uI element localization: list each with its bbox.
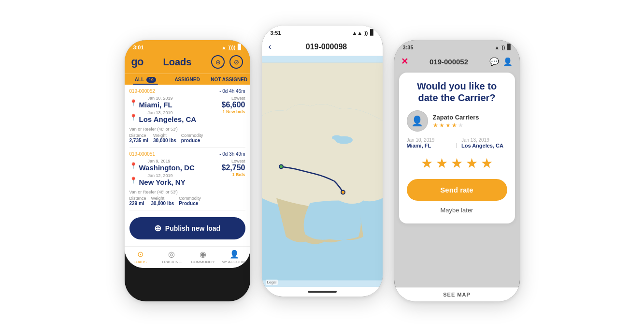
- spec-weight-2: Weight 30,000 lbs: [151, 196, 174, 206]
- publish-area: ⊕ Publish new load: [125, 210, 250, 246]
- from-city-2: Washington, DC: [139, 164, 195, 172]
- close-button[interactable]: ✕: [401, 56, 408, 67]
- filter-icon[interactable]: ⊕: [211, 55, 225, 69]
- load-specs-1: Distance 2,735 mi Weight 30,000 lbs Comm…: [129, 133, 245, 143]
- loads-list: 019-000052 - 0d 4h 46m 📍 Jan 10, 2019 Mi…: [125, 85, 250, 210]
- publish-new-load-button[interactable]: ⊕ Publish new load: [129, 217, 245, 239]
- from-city-row-2: 📍 Jan 9, 2019 Washington, DC: [129, 159, 195, 172]
- nav-account[interactable]: 👤 MY ACCOUNT: [219, 250, 250, 264]
- big-star-5[interactable]: ★: [481, 155, 493, 171]
- status-bar-2: 3:51 ▲▲ )) ▊: [262, 26, 383, 38]
- pin-to-2: 📍: [129, 177, 137, 184]
- load-route-1: 📍 Jan 10, 2019 Miami, FL 📍 Jan 13, 2019: [129, 96, 197, 124]
- star-3: ★: [445, 122, 451, 129]
- legal-text: Legal: [266, 280, 278, 285]
- loads-logo: go: [131, 56, 143, 68]
- map-svg: [262, 56, 383, 287]
- star-2: ★: [439, 122, 444, 129]
- from-date-2: Jan 9, 2019: [148, 159, 195, 164]
- status-bar-3: 3:35 ▲ )) ▊: [394, 40, 520, 52]
- back-button[interactable]: ‹: [269, 42, 272, 52]
- star-1: ★: [433, 122, 438, 129]
- pin-to-1: 📍: [129, 114, 137, 121]
- map-view: Legal: [262, 56, 383, 287]
- big-stars[interactable]: ★ ★ ★ ★ ★: [407, 155, 507, 171]
- price-val-2: $2,750: [222, 164, 245, 172]
- to-date-label: Jan 13, 2019: [461, 137, 507, 143]
- loads-title: Loads: [163, 57, 191, 68]
- big-star-1[interactable]: ★: [421, 155, 433, 171]
- load-row-top-2: 📍 Jan 9, 2019 Washington, DC 📍 Jan 12, 2…: [129, 159, 245, 189]
- rate-header-icons: 💬 👤: [489, 57, 513, 66]
- loads-nav-icon: ⊙: [137, 250, 143, 259]
- spec-distance-2: Distance 229 mi: [129, 196, 146, 206]
- nav-loads[interactable]: ⊙ LOADS: [125, 250, 156, 264]
- see-map-bar[interactable]: SEE MAP: [394, 287, 520, 301]
- to-city-row-2: 📍 Jan 12, 2019 New York, NY: [129, 173, 195, 187]
- spec-commodity-2: Commodity Produce: [179, 196, 201, 206]
- rate-title-num: 019-000052: [429, 58, 468, 66]
- map-title: 019-000098: [277, 43, 376, 51]
- load-price-area-1: Lowest $6,600 1 New bids: [222, 96, 245, 114]
- nav-tracking[interactable]: ◎ TRACKING: [156, 250, 187, 264]
- load-id-2: 019-000051: [129, 151, 155, 157]
- carrier-row: 👤 Zapato Carriers ★ ★ ★ ★ ★: [407, 110, 507, 132]
- load-time-1: - 0d 4h 46m: [219, 89, 245, 94]
- to-city-2: New York, NY: [139, 178, 186, 186]
- carrier-stars: ★ ★ ★ ★ ★: [433, 122, 507, 129]
- load-id-row-1: 019-000052 - 0d 4h 46m: [129, 89, 245, 94]
- sort-icon[interactable]: ⊘: [229, 55, 243, 69]
- bottom-nav: ⊙ LOADS ◎ TRACKING ◉ COMMUNITY 👤 MY ACCO…: [125, 246, 250, 268]
- all-badge: 19: [146, 77, 156, 83]
- to-date-1: Jan 13, 2019: [148, 110, 197, 115]
- load-id-1: 019-000052: [129, 89, 155, 94]
- load-tags-1: Van or Reefer (48' or 53'): [129, 127, 245, 132]
- plus-icon: ⊕: [154, 223, 161, 234]
- phone-map: 3:51 ▲▲ )) ▊ ‹ 019-000098: [262, 26, 383, 297]
- phone-loads: 3:01 ▲ )))) ▊ go Loads ⊕ ⊘: [125, 40, 250, 301]
- from-city-val: Miami, FL: [407, 143, 453, 149]
- route-to: Jan 13, 2019 Los Angeles, CA: [461, 137, 507, 149]
- tab-all[interactable]: ALL 19: [125, 74, 167, 85]
- big-star-2[interactable]: ★: [436, 155, 448, 171]
- load-item-2[interactable]: 019-000051 - 0d 3h 49m 📍 Jan 9, 2019 Was…: [129, 148, 245, 210]
- account-nav-icon: 👤: [229, 250, 239, 259]
- loads-tabs: ALL 19 ASSIGNED NOT ASSIGNED: [125, 74, 250, 85]
- status-time-2: 3:51: [271, 30, 281, 36]
- spec-distance-1: Distance 2,735 mi: [129, 133, 148, 143]
- load-id-row-2: 019-000051 - 0d 3h 49m: [129, 151, 245, 157]
- load-item-1[interactable]: 019-000052 - 0d 4h 46m 📍 Jan 10, 2019 Mi…: [129, 85, 245, 148]
- svg-point-4: [342, 191, 344, 194]
- home-bar-2: [308, 291, 337, 293]
- carrier-name: Zapato Carriers: [433, 114, 507, 121]
- star-5: ★: [458, 122, 463, 129]
- home-indicator-2: [262, 287, 383, 297]
- route-dates: Jan 10, 2019 Miami, FL | Jan 13, 2019 Lo…: [407, 137, 507, 149]
- big-star-3[interactable]: ★: [451, 155, 463, 171]
- to-date-2: Jan 12, 2019: [148, 173, 186, 178]
- from-date-1: Jan 10, 2019: [148, 96, 173, 101]
- price-label-2: Lowest: [222, 159, 245, 164]
- tab-assigned[interactable]: ASSIGNED: [166, 74, 208, 85]
- nav-community[interactable]: ◉ COMMUNITY: [187, 250, 219, 264]
- spec-weight-1: Weight 30,000 lbs: [153, 133, 176, 143]
- svg-point-6: [280, 165, 283, 168]
- logo-text: go: [131, 56, 143, 68]
- load-tags-2: Van or Reefer (48' or 53'): [129, 190, 245, 194]
- tab-not-assigned[interactable]: NOT ASSIGNED: [208, 74, 250, 85]
- load-row-top-1: 📍 Jan 10, 2019 Miami, FL 📍 Jan 13, 2019: [129, 96, 245, 126]
- scene: 3:01 ▲ )))) ▊ go Loads ⊕ ⊘: [115, 16, 530, 311]
- load-specs-2: Distance 229 mi Weight 30,000 lbs Commod…: [129, 196, 245, 206]
- map-header: ‹ 019-000098: [262, 38, 383, 56]
- to-city-1: Los Angeles, CA: [139, 115, 197, 123]
- send-rate-button[interactable]: Send rate: [407, 179, 507, 201]
- profile-icon[interactable]: 👤: [503, 57, 513, 66]
- status-icons-1: ▲ )))) ▊: [221, 44, 242, 50]
- maybe-later-button[interactable]: Maybe later: [407, 205, 507, 216]
- tracking-nav-icon: ◎: [168, 250, 175, 259]
- route-separator: |: [456, 137, 458, 149]
- chat-icon[interactable]: 💬: [489, 57, 499, 66]
- load-time-2: - 0d 3h 49m: [219, 151, 245, 157]
- price-label-1: Lowest: [222, 96, 245, 101]
- big-star-4[interactable]: ★: [466, 155, 478, 171]
